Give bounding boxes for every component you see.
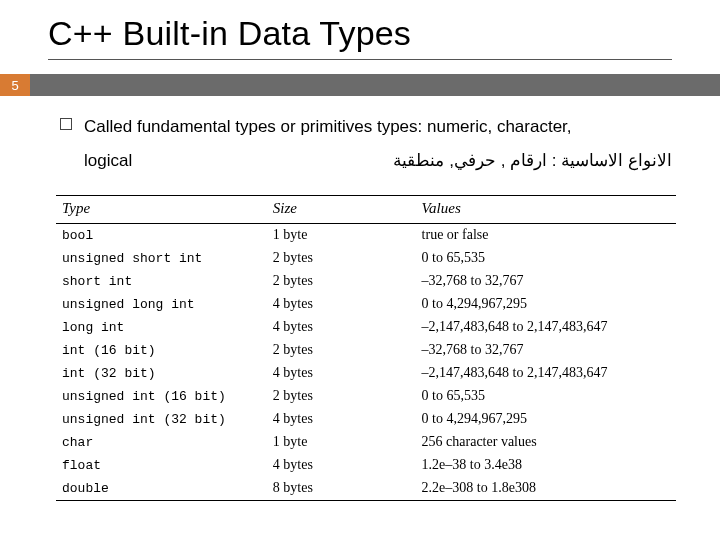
cell-values: –2,147,483,648 to 2,147,483,647 <box>416 362 676 385</box>
table-row: double8 bytes2.2e–308 to 1.8e308 <box>56 477 676 501</box>
cell-type: unsigned long int <box>56 293 267 316</box>
cell-size: 2 bytes <box>267 339 416 362</box>
cell-type: char <box>56 431 267 454</box>
cell-values: 0 to 4,294,967,295 <box>416 408 676 431</box>
table-row: char1 byte256 character values <box>56 431 676 454</box>
cell-type: unsigned int (16 bit) <box>56 385 267 408</box>
cell-type: int (16 bit) <box>56 339 267 362</box>
table-row: short int2 bytes–32,768 to 32,767 <box>56 270 676 293</box>
bullet-text: Called fundamental types or primitives t… <box>84 114 672 175</box>
page-title: C++ Built-in Data Types <box>0 0 720 59</box>
cell-values: –2,147,483,648 to 2,147,483,647 <box>416 316 676 339</box>
table-header-row: Type Size Values <box>56 195 676 223</box>
header-values: Values <box>416 195 676 223</box>
cell-type: double <box>56 477 267 501</box>
data-types-table: Type Size Values bool1 bytetrue or false… <box>56 195 676 501</box>
cell-values: true or false <box>416 223 676 247</box>
data-types-table-wrap: Type Size Values bool1 bytetrue or false… <box>56 195 676 501</box>
bullet-square-icon <box>60 118 72 130</box>
cell-values: –32,768 to 32,767 <box>416 339 676 362</box>
cell-size: 4 bytes <box>267 293 416 316</box>
cell-type: int (32 bit) <box>56 362 267 385</box>
cell-size: 1 byte <box>267 431 416 454</box>
page-number-box: 5 <box>0 74 30 96</box>
title-underline <box>48 59 672 60</box>
table-row: long int4 bytes–2,147,483,648 to 2,147,4… <box>56 316 676 339</box>
cell-type: long int <box>56 316 267 339</box>
cell-type: bool <box>56 223 267 247</box>
header-size: Size <box>267 195 416 223</box>
table-row: int (32 bit)4 bytes–2,147,483,648 to 2,1… <box>56 362 676 385</box>
cell-size: 2 bytes <box>267 385 416 408</box>
cell-values: 1.2e–38 to 3.4e38 <box>416 454 676 477</box>
cell-type: float <box>56 454 267 477</box>
table-row: unsigned int (32 bit)4 bytes0 to 4,294,9… <box>56 408 676 431</box>
content-area: Called fundamental types or primitives t… <box>0 96 720 181</box>
page-number-bar: 5 <box>0 74 720 96</box>
cell-size: 2 bytes <box>267 247 416 270</box>
table-row: bool1 bytetrue or false <box>56 223 676 247</box>
table-row: unsigned long int4 bytes0 to 4,294,967,2… <box>56 293 676 316</box>
bullet-item: Called fundamental types or primitives t… <box>60 114 672 181</box>
header-type: Type <box>56 195 267 223</box>
cell-size: 8 bytes <box>267 477 416 501</box>
page-number-fill <box>30 74 720 96</box>
cell-values: 2.2e–308 to 1.8e308 <box>416 477 676 501</box>
cell-values: 0 to 65,535 <box>416 385 676 408</box>
table-row: unsigned short int2 bytes0 to 65,535 <box>56 247 676 270</box>
cell-size: 4 bytes <box>267 362 416 385</box>
table-row: int (16 bit)2 bytes–32,768 to 32,767 <box>56 339 676 362</box>
cell-type: unsigned short int <box>56 247 267 270</box>
cell-size: 1 byte <box>267 223 416 247</box>
cell-values: 0 to 65,535 <box>416 247 676 270</box>
cell-type: short int <box>56 270 267 293</box>
cell-values: 256 character values <box>416 431 676 454</box>
cell-size: 2 bytes <box>267 270 416 293</box>
cell-size: 4 bytes <box>267 408 416 431</box>
cell-size: 4 bytes <box>267 316 416 339</box>
cell-type: unsigned int (32 bit) <box>56 408 267 431</box>
cell-values: 0 to 4,294,967,295 <box>416 293 676 316</box>
bullet-line2-left: logical <box>84 148 132 174</box>
bullet-line2-row: logical الانواع الاساسية : ارقام , حرفي,… <box>84 148 672 174</box>
table-row: float4 bytes1.2e–38 to 3.4e38 <box>56 454 676 477</box>
bullet-line1: Called fundamental types or primitives t… <box>84 114 672 140</box>
bullet-line2-arabic: الانواع الاساسية : ارقام , حرفي, منطقية <box>393 148 672 174</box>
cell-size: 4 bytes <box>267 454 416 477</box>
table-row: unsigned int (16 bit)2 bytes0 to 65,535 <box>56 385 676 408</box>
cell-values: –32,768 to 32,767 <box>416 270 676 293</box>
